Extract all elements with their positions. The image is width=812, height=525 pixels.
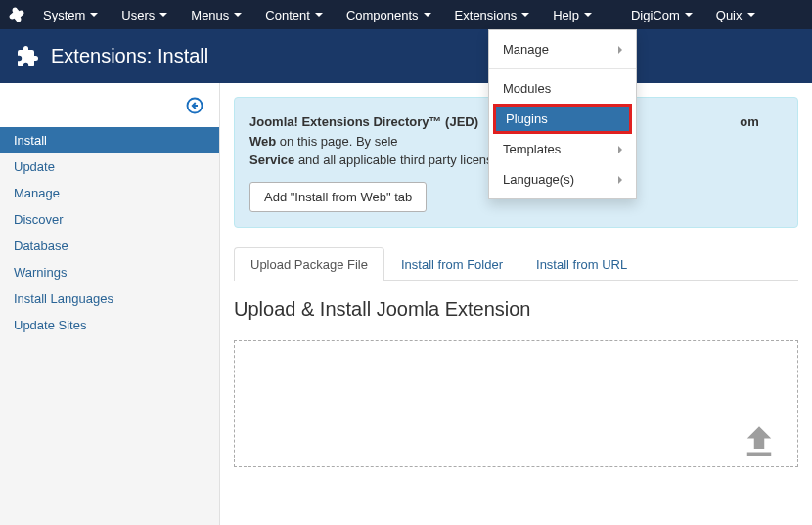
tab-upload-package[interactable]: Upload Package File [234,247,384,281]
top-menu-bar: System Users Menus Content Components Ex… [0,0,812,29]
caret-down-icon [234,13,242,17]
menu-components[interactable]: Components [337,0,441,29]
sidebar-item-label: Install [14,133,47,148]
dropdown-item-templates[interactable]: Templates [489,134,636,164]
dropdown-label: Plugins [506,111,548,126]
sidebar-item-label: Warnings [14,265,67,280]
sidebar-item-label: Manage [14,186,60,200]
caret-down-icon [521,13,529,17]
sidebar-item-install[interactable]: Install [0,127,219,153]
dropdown-item-languages[interactable]: Language(s) [489,164,636,195]
sidebar: Install Update Manage Discover Database … [0,83,220,525]
tab-install-url[interactable]: Install from URL [519,247,644,281]
dropdown-label: Manage [503,42,549,57]
upload-dropzone[interactable] [234,340,798,467]
puzzle-icon [16,45,39,68]
sidebar-item-manage[interactable]: Manage [0,180,219,206]
menu-system[interactable]: System [33,0,108,29]
sidebar-top-bar [0,83,219,127]
menu-content[interactable]: Content [255,0,333,29]
menu-label: Users [121,8,155,22]
tab-label: Upload Package File [250,257,368,272]
sidebar-item-database[interactable]: Database [0,233,219,259]
menu-label: DigiCom [631,8,680,22]
sidebar-item-label: Database [14,239,68,253]
sidebar-item-warnings[interactable]: Warnings [0,259,219,285]
sidebar-item-discover[interactable]: Discover [0,206,219,233]
dropdown-label: Language(s) [503,172,574,187]
dropdown-label: Templates [503,142,561,156]
menu-label: Quix [716,8,743,22]
sidebar-item-label: Update Sites [14,318,86,332]
sidebar-item-label: Discover [14,212,64,227]
caret-down-icon [90,13,98,17]
sidebar-item-install-languages[interactable]: Install Languages [0,285,219,312]
menu-label: Extensions [455,8,518,22]
chevron-right-icon [618,146,622,153]
chevron-right-icon [618,176,622,184]
menu-label: Help [553,8,579,22]
dropdown-item-manage[interactable]: Manage [489,34,636,65]
caret-down-icon [584,13,592,17]
caret-down-icon [747,13,755,17]
page-title: Extensions: Install [51,45,208,67]
sidebar-item-label: Update [14,159,55,174]
menu-digicom[interactable]: DigiCom [621,0,702,29]
upload-icon [739,421,780,462]
menu-quix[interactable]: Quix [706,0,765,29]
dropdown-item-plugins-highlight: Plugins [493,104,632,134]
menu-label: Content [265,8,310,22]
chevron-right-icon [618,46,622,54]
tab-label: Install from URL [536,257,627,272]
sidebar-item-update[interactable]: Update [0,153,219,180]
dropdown-separator [489,68,636,69]
caret-down-icon [685,13,693,17]
page-header: Extensions: Install [0,29,812,83]
dropdown-label: Modules [503,81,551,96]
menu-label: System [43,8,85,22]
dropdown-item-plugins[interactable]: Plugins [496,107,629,131]
menu-users[interactable]: Users [112,0,177,29]
joomla-logo-icon[interactable] [8,6,25,23]
back-arrow-icon[interactable] [186,97,203,114]
upload-heading: Upload & Install Joomla Extension [234,298,798,321]
tab-label: Install from Folder [401,257,503,272]
menu-help[interactable]: Help [543,0,602,29]
menu-extensions[interactable]: Extensions [445,0,540,29]
caret-down-icon [424,13,431,17]
caret-down-icon [159,13,167,17]
dropdown-item-modules[interactable]: Modules [489,73,636,104]
sidebar-item-label: Install Languages [14,291,113,306]
sidebar-item-update-sites[interactable]: Update Sites [0,312,219,338]
menu-label: Menus [191,8,229,22]
alert-strong-text: Joomla! Extensions Directory™ (JED) [249,114,478,129]
extensions-dropdown: Manage Modules Plugins Templates Languag… [488,29,637,199]
alert-strong-text: Service [249,153,294,167]
add-install-from-web-button[interactable]: Add "Install from Web" tab [249,182,427,212]
caret-down-icon [315,13,323,17]
menu-menus[interactable]: Menus [181,0,251,29]
menu-label: Components [346,8,419,22]
alert-text: on this page. By sele [276,134,397,149]
tab-install-folder[interactable]: Install from Folder [384,247,519,281]
install-tabs: Upload Package File Install from Folder … [234,247,798,281]
